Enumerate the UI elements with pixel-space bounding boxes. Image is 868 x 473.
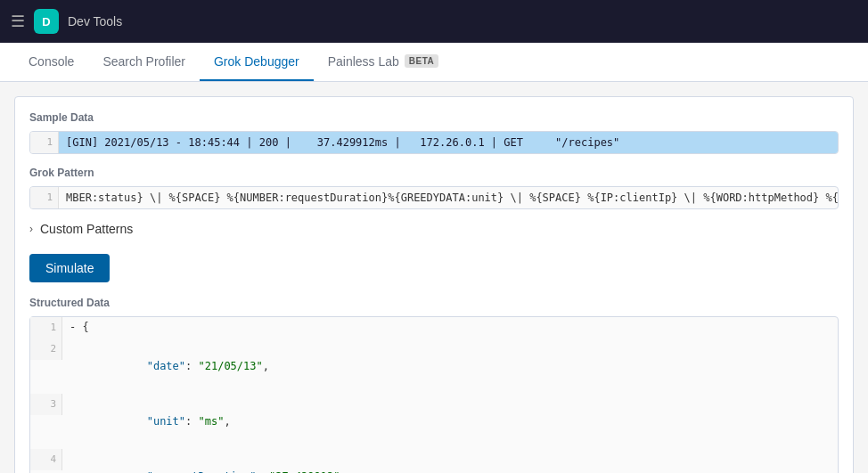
grok-line-content: MBER:status} \| %{SPACE} %{NUMBER:reques… [59, 187, 838, 208]
main-content: Sample Data 1 [GIN] 2021/05/13 - 18:45:4… [0, 82, 868, 473]
sample-line-content: [GIN] 2021/05/13 - 18:45:44 | 200 | 37.4… [59, 132, 838, 153]
line-num-1: 1 [30, 317, 62, 338]
line-content-4: "requestDuration": "37.429912", [62, 449, 838, 473]
app-title: Dev Tools [68, 14, 122, 29]
custom-patterns-row[interactable]: › Custom Patterns [29, 222, 839, 236]
app-icon: D [34, 9, 59, 34]
line-content-1: - { [62, 317, 838, 337]
key-date: "date" [134, 360, 185, 372]
hamburger-icon[interactable]: ☰ [11, 12, 25, 31]
sample-data-editor[interactable]: 1 [GIN] 2021/05/13 - 18:45:44 | 200 | 37… [29, 131, 839, 154]
tab-grok-debugger[interactable]: Grok Debugger [200, 43, 314, 81]
tab-painless-lab[interactable]: Painless Lab BETA [314, 43, 454, 81]
line-num-3: 3 [30, 394, 62, 415]
grok-pattern-label: Grok Pattern [29, 167, 839, 179]
line-content-2: "date": "21/05/13", [62, 338, 838, 394]
sample-line-num: 1 [30, 132, 59, 153]
custom-patterns-label: Custom Patterns [40, 222, 133, 236]
nav-tabs: Console Search Profiler Grok Debugger Pa… [0, 43, 868, 82]
sample-data-label: Sample Data [29, 111, 839, 124]
top-bar: ☰ D Dev Tools [0, 0, 868, 43]
structured-line-4: 4 "requestDuration": "37.429912", [30, 449, 838, 473]
structured-line-3: 3 "unit": "ms", [30, 394, 838, 449]
grok-pattern-line: 1 MBER:status} \| %{SPACE} %{NUMBER:requ… [30, 187, 838, 208]
structured-line-2: 2 "date": "21/05/13", [30, 338, 838, 394]
val-date: "21/05/13" [199, 360, 263, 372]
grok-line-num: 1 [30, 187, 59, 208]
line-content-3: "unit": "ms", [62, 394, 838, 449]
structured-data-label: Structured Data [29, 297, 839, 309]
line-num-4: 4 [30, 449, 62, 470]
structured-data-editor: 1 - { 2 "date": "21/05/13", 3 "unit": "m… [29, 316, 839, 473]
simulate-button[interactable]: Simulate [29, 254, 110, 282]
grok-panel: Sample Data 1 [GIN] 2021/05/13 - 18:45:4… [14, 96, 854, 473]
tab-search-profiler[interactable]: Search Profiler [88, 43, 200, 81]
line-num-2: 2 [30, 338, 62, 360]
structured-line-1: 1 - { [30, 317, 838, 338]
tab-console[interactable]: Console [14, 43, 88, 81]
chevron-right-icon: › [29, 223, 33, 235]
grok-pattern-editor[interactable]: 1 MBER:status} \| %{SPACE} %{NUMBER:requ… [29, 186, 839, 209]
sample-data-line: 1 [GIN] 2021/05/13 - 18:45:44 | 200 | 37… [30, 132, 838, 153]
beta-badge: BETA [405, 54, 438, 68]
